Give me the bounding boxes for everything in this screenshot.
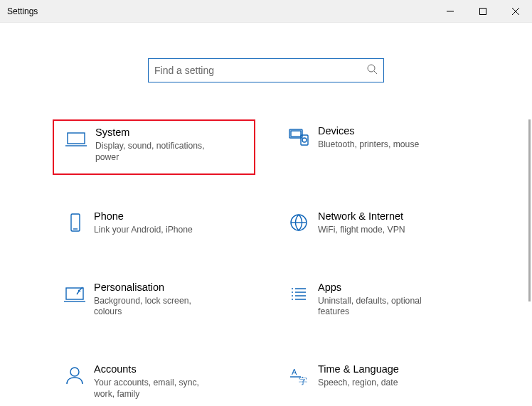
minimize-icon (447, 8, 454, 15)
minimize-button[interactable] (434, 0, 467, 23)
tile-title: System (95, 127, 216, 138)
phone-icon (60, 210, 90, 233)
accounts-icon (60, 363, 90, 386)
apps-icon (284, 282, 314, 304)
svg-rect-2 (68, 133, 85, 144)
devices-icon (284, 125, 314, 148)
tile-subtitle: Link your Android, iPhone (94, 225, 193, 236)
scrollbar-thumb[interactable] (528, 119, 531, 301)
content-area: System Display, sound, notifications, po… (0, 23, 532, 406)
search-icon (366, 63, 378, 78)
search-input[interactable] (154, 65, 366, 76)
tile-title: Devices (318, 125, 419, 137)
tile-apps[interactable]: Apps Uninstall, defaults, optional featu… (277, 276, 479, 328)
titlebar: Settings (0, 0, 532, 23)
window-title: Settings (7, 6, 38, 16)
svg-rect-4 (291, 131, 301, 137)
tile-title: Network & Internet (318, 210, 405, 222)
svg-point-1 (368, 65, 375, 72)
tile-title: Time & Language (318, 363, 399, 375)
svg-text:字: 字 (299, 376, 307, 386)
tile-timelanguage[interactable]: A字 Time & Language Speech, region, date (277, 358, 479, 406)
settings-grid: System Display, sound, notifications, po… (53, 119, 479, 406)
tile-subtitle: Display, sound, notifications, power (95, 141, 216, 164)
tile-subtitle: Background, lock screen, colours (94, 296, 215, 319)
tile-title: Personalisation (94, 282, 215, 293)
tile-subtitle: Uninstall, defaults, optional features (318, 296, 439, 319)
network-icon (284, 210, 314, 233)
system-icon (61, 127, 91, 149)
svg-text:A: A (292, 368, 297, 376)
tile-system[interactable]: System Display, sound, notifications, po… (53, 119, 255, 175)
tile-title: Accounts (94, 363, 215, 375)
svg-point-10 (70, 368, 79, 376)
tile-network[interactable]: Network & Internet WiFi, flight mode, VP… (277, 205, 479, 246)
maximize-button[interactable] (467, 0, 499, 23)
close-button[interactable] (499, 0, 532, 23)
tile-phone[interactable]: Phone Link your Android, iPhone (53, 205, 255, 246)
maximize-icon (479, 8, 486, 15)
timelanguage-icon: A字 (284, 363, 314, 386)
tile-title: Phone (94, 210, 193, 222)
close-icon (512, 8, 519, 15)
tile-title: Apps (318, 282, 439, 293)
search-wrap (0, 58, 532, 82)
tile-accounts[interactable]: Accounts Your accounts, email, sync, wor… (53, 358, 255, 406)
tile-subtitle: Bluetooth, printers, mouse (318, 139, 419, 151)
tile-devices[interactable]: Devices Bluetooth, printers, mouse (277, 119, 479, 175)
search-box[interactable] (148, 58, 384, 82)
tile-subtitle: WiFi, flight mode, VPN (318, 225, 405, 236)
svg-rect-0 (480, 8, 486, 14)
tile-personalisation[interactable]: Personalisation Background, lock screen,… (53, 276, 255, 328)
personalisation-icon (60, 282, 90, 304)
tile-subtitle: Speech, region, date (318, 378, 399, 389)
svg-point-6 (302, 138, 307, 142)
tile-subtitle: Your accounts, email, sync, work, family (94, 378, 215, 400)
